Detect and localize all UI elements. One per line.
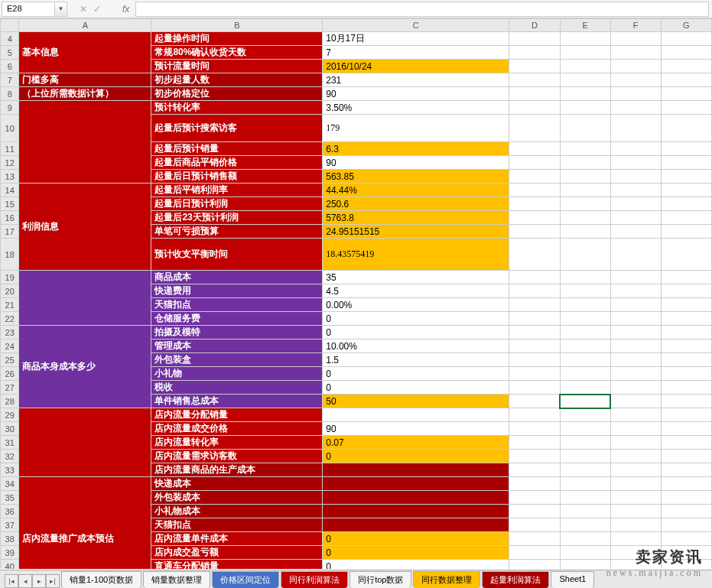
cell[interactable] <box>509 381 560 395</box>
field-value[interactable]: 250.6 <box>323 197 509 211</box>
field-label[interactable]: 快递成本 <box>151 477 323 491</box>
cell[interactable] <box>661 395 711 408</box>
cell[interactable] <box>509 339 560 353</box>
row-header[interactable]: 10 <box>1 115 19 142</box>
cell[interactable] <box>560 184 610 197</box>
cell[interactable] <box>610 477 661 491</box>
field-value[interactable]: 0.07 <box>323 436 509 450</box>
cell[interactable] <box>509 271 560 284</box>
row-header[interactable]: 19 <box>1 271 19 284</box>
cell[interactable] <box>661 339 711 353</box>
cell[interactable] <box>560 518 610 532</box>
cell[interactable] <box>560 463 610 477</box>
cell[interactable] <box>560 450 610 463</box>
cell[interactable] <box>661 284 711 298</box>
cell[interactable] <box>560 408 610 422</box>
row-header[interactable]: 23 <box>1 326 19 339</box>
field-value[interactable]: 4.5 <box>323 284 509 298</box>
name-box[interactable]: E28 <box>2 2 55 17</box>
field-value[interactable]: 18.43575419 <box>323 239 509 271</box>
cell[interactable] <box>509 518 560 532</box>
field-label[interactable]: 直通车分配销量 <box>151 560 323 570</box>
cell[interactable] <box>560 60 610 73</box>
cell[interactable] <box>509 46 560 60</box>
field-label[interactable]: 起量后23天预计利润 <box>151 211 323 225</box>
field-value[interactable]: 0 <box>323 560 509 570</box>
field-value[interactable]: 563.85 <box>323 170 509 184</box>
cell[interactable] <box>610 197 661 211</box>
col-header-E[interactable]: E <box>560 19 610 32</box>
cell[interactable] <box>560 73 610 87</box>
row-header[interactable]: 12 <box>1 156 19 170</box>
field-label[interactable]: 预计收支平衡时间 <box>151 239 323 271</box>
cell[interactable] <box>560 546 610 560</box>
field-label[interactable]: 起量后平销利润率 <box>151 184 323 197</box>
row-header[interactable]: 30 <box>1 422 19 436</box>
cell[interactable] <box>509 312 560 326</box>
select-all-corner[interactable] <box>1 19 19 32</box>
cancel-icon[interactable]: ✕ <box>76 4 90 15</box>
field-value[interactable] <box>323 518 509 532</box>
cell[interactable] <box>509 32 560 46</box>
cell[interactable] <box>661 142 711 156</box>
cell[interactable] <box>661 197 711 211</box>
row-header[interactable]: 25 <box>1 353 19 367</box>
cell[interactable] <box>509 156 560 170</box>
field-value[interactable]: 0 <box>323 381 509 395</box>
cell[interactable] <box>661 477 711 491</box>
cell[interactable] <box>661 271 711 284</box>
cell[interactable] <box>509 225 560 239</box>
field-label[interactable]: 初步起量人数 <box>151 73 323 87</box>
sheet-tab[interactable]: 同行利润算法 <box>281 571 348 588</box>
cell[interactable] <box>661 46 711 60</box>
cell[interactable] <box>509 532 560 546</box>
cell[interactable] <box>560 532 610 546</box>
confirm-icon[interactable]: ✓ <box>90 4 104 15</box>
field-label[interactable]: 预计流量时间 <box>151 60 323 73</box>
row-header[interactable]: 26 <box>1 367 19 381</box>
cell[interactable] <box>509 326 560 339</box>
row-header[interactable]: 16 <box>1 211 19 225</box>
field-value[interactable]: 0 <box>323 546 509 560</box>
row-header[interactable]: 22 <box>1 312 19 326</box>
cell[interactable] <box>661 211 711 225</box>
cell[interactable] <box>509 546 560 560</box>
field-value[interactable] <box>323 477 509 491</box>
cell[interactable] <box>560 225 610 239</box>
cell[interactable] <box>610 353 661 367</box>
cell[interactable] <box>610 101 661 115</box>
field-label[interactable]: 起量后预计搜索访客 <box>151 115 323 142</box>
row-header[interactable]: 14 <box>1 184 19 197</box>
section-label[interactable]: 利润信息 <box>19 184 151 271</box>
spreadsheet[interactable]: A B C D E F G 4基本信息起量操作时间10月17日5常规80%确认收… <box>0 18 712 569</box>
cell[interactable] <box>610 73 661 87</box>
row-header[interactable]: 9 <box>1 101 19 115</box>
cell[interactable] <box>509 367 560 381</box>
field-value[interactable]: 6.3 <box>323 142 509 156</box>
row-header[interactable]: 5 <box>1 46 19 60</box>
row-header[interactable]: 20 <box>1 284 19 298</box>
field-value[interactable]: 0 <box>323 326 509 339</box>
cell[interactable] <box>661 60 711 73</box>
field-value[interactable]: 10.00% <box>323 339 509 353</box>
cell[interactable] <box>610 298 661 312</box>
cell[interactable] <box>560 436 610 450</box>
cell[interactable] <box>509 211 560 225</box>
row-header[interactable]: 11 <box>1 142 19 156</box>
cell[interactable] <box>560 115 610 142</box>
cell[interactable] <box>509 436 560 450</box>
cell[interactable] <box>661 170 711 184</box>
cell[interactable] <box>560 422 610 436</box>
cell[interactable] <box>661 87 711 101</box>
cell[interactable] <box>610 505 661 518</box>
cell[interactable] <box>560 32 610 46</box>
field-value[interactable] <box>323 408 509 422</box>
row-header[interactable]: 35 <box>1 491 19 505</box>
cell[interactable] <box>560 211 610 225</box>
field-label[interactable]: 起量后预计销量 <box>151 142 323 156</box>
row-header[interactable]: 27 <box>1 381 19 395</box>
cell[interactable] <box>661 225 711 239</box>
cell[interactable] <box>560 298 610 312</box>
cell[interactable] <box>610 170 661 184</box>
formula-input[interactable] <box>135 2 709 17</box>
